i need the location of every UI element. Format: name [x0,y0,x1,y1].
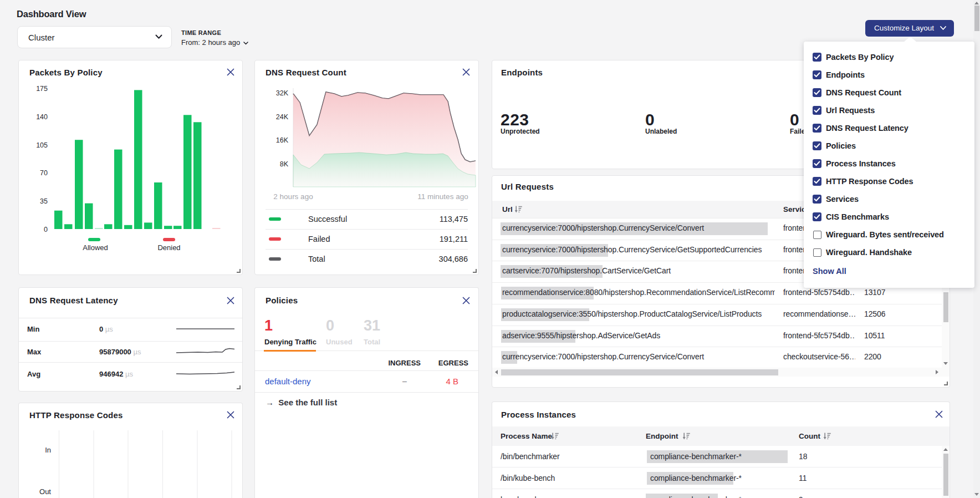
svg-text:24K: 24K [276,113,289,121]
svg-text:2 hours ago: 2 hours ago [273,192,313,201]
svg-text:Allowed: Allowed [83,243,108,252]
svg-text:175: 175 [36,85,48,93]
svg-text:0: 0 [44,226,48,233]
svg-text:16K: 16K [276,136,289,144]
svg-text:Denied: Denied [157,243,180,252]
svg-text:32K: 32K [276,89,289,97]
svg-text:11 minutes ago: 11 minutes ago [417,192,468,201]
svg-text:140: 140 [36,113,48,121]
svg-text:8K: 8K [280,160,289,168]
svg-text:In: In [45,446,51,454]
svg-text:Out: Out [39,487,51,496]
svg-text:70: 70 [40,169,48,177]
svg-text:105: 105 [36,141,48,149]
svg-text:35: 35 [40,197,48,205]
